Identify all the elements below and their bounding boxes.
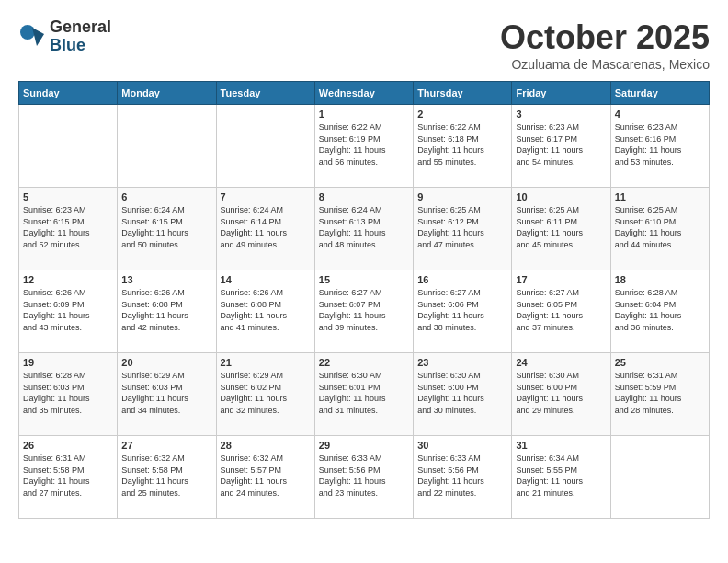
calendar-cell: 27Sunrise: 6:32 AMSunset: 5:58 PMDayligh… xyxy=(118,436,216,519)
day-number: 22 xyxy=(319,357,409,368)
location-subtitle: Ozuluama de Mascarenas, Mexico xyxy=(500,57,710,72)
calendar-cell xyxy=(216,105,314,188)
day-number: 26 xyxy=(23,440,113,451)
title-block: October 2025 Ozuluama de Mascarenas, Mex… xyxy=(500,18,710,72)
calendar-cell: 6Sunrise: 6:24 AMSunset: 6:15 PMDaylight… xyxy=(118,188,216,270)
day-info: Sunrise: 6:23 AMSunset: 6:15 PMDaylight:… xyxy=(23,204,113,250)
calendar-week-row: 5Sunrise: 6:23 AMSunset: 6:15 PMDaylight… xyxy=(19,188,710,270)
day-info: Sunrise: 6:34 AMSunset: 5:55 PMDaylight:… xyxy=(516,453,606,499)
day-info: Sunrise: 6:32 AMSunset: 5:58 PMDaylight:… xyxy=(121,453,211,499)
day-number: 2 xyxy=(417,109,507,120)
day-info: Sunrise: 6:22 AMSunset: 6:19 PMDaylight:… xyxy=(319,121,409,167)
day-number: 20 xyxy=(121,357,211,368)
day-info: Sunrise: 6:22 AMSunset: 6:18 PMDaylight:… xyxy=(417,121,507,167)
day-info: Sunrise: 6:30 AMSunset: 6:00 PMDaylight:… xyxy=(417,370,507,416)
calendar-cell: 30Sunrise: 6:33 AMSunset: 5:56 PMDayligh… xyxy=(414,436,512,519)
weekday-header-friday: Friday xyxy=(512,82,610,105)
calendar-cell: 10Sunrise: 6:25 AMSunset: 6:11 PMDayligh… xyxy=(512,188,610,270)
day-number: 11 xyxy=(615,191,705,202)
day-info: Sunrise: 6:33 AMSunset: 5:56 PMDaylight:… xyxy=(319,453,409,499)
day-info: Sunrise: 6:28 AMSunset: 6:03 PMDaylight:… xyxy=(23,370,113,416)
calendar-cell: 25Sunrise: 6:31 AMSunset: 5:59 PMDayligh… xyxy=(610,353,709,436)
day-info: Sunrise: 6:26 AMSunset: 6:08 PMDaylight:… xyxy=(121,287,211,333)
day-number: 27 xyxy=(121,440,211,451)
day-info: Sunrise: 6:23 AMSunset: 6:16 PMDaylight:… xyxy=(615,121,705,167)
day-info: Sunrise: 6:32 AMSunset: 5:57 PMDaylight:… xyxy=(221,453,311,499)
day-info: Sunrise: 6:27 AMSunset: 6:07 PMDaylight:… xyxy=(319,287,409,333)
logo-icon xyxy=(18,23,46,51)
day-number: 15 xyxy=(319,274,409,285)
calendar-cell: 14Sunrise: 6:26 AMSunset: 6:08 PMDayligh… xyxy=(216,270,314,353)
calendar-header-row: SundayMondayTuesdayWednesdayThursdayFrid… xyxy=(19,82,710,105)
calendar-cell: 20Sunrise: 6:29 AMSunset: 6:03 PMDayligh… xyxy=(118,353,216,436)
calendar-cell: 9Sunrise: 6:25 AMSunset: 6:12 PMDaylight… xyxy=(414,188,512,270)
day-number: 5 xyxy=(23,191,113,202)
day-info: Sunrise: 6:25 AMSunset: 6:11 PMDaylight:… xyxy=(516,204,606,250)
calendar-table: SundayMondayTuesdayWednesdayThursdayFrid… xyxy=(18,81,710,519)
calendar-cell xyxy=(19,105,118,188)
calendar-week-row: 26Sunrise: 6:31 AMSunset: 5:58 PMDayligh… xyxy=(19,436,710,519)
svg-marker-1 xyxy=(32,28,44,46)
calendar-cell: 28Sunrise: 6:32 AMSunset: 5:57 PMDayligh… xyxy=(216,436,314,519)
calendar-cell: 17Sunrise: 6:27 AMSunset: 6:05 PMDayligh… xyxy=(512,270,610,353)
day-number: 8 xyxy=(319,191,409,202)
day-info: Sunrise: 6:24 AMSunset: 6:13 PMDaylight:… xyxy=(319,204,409,250)
calendar-week-row: 19Sunrise: 6:28 AMSunset: 6:03 PMDayligh… xyxy=(19,353,710,436)
day-number: 9 xyxy=(417,191,507,202)
logo-blue: Blue xyxy=(50,37,111,55)
day-info: Sunrise: 6:31 AMSunset: 5:59 PMDaylight:… xyxy=(615,370,705,416)
day-info: Sunrise: 6:26 AMSunset: 6:09 PMDaylight:… xyxy=(23,287,113,333)
calendar-cell: 15Sunrise: 6:27 AMSunset: 6:07 PMDayligh… xyxy=(314,270,413,353)
calendar-cell: 13Sunrise: 6:26 AMSunset: 6:08 PMDayligh… xyxy=(118,270,216,353)
calendar-cell: 16Sunrise: 6:27 AMSunset: 6:06 PMDayligh… xyxy=(414,270,512,353)
day-number: 14 xyxy=(221,274,311,285)
day-info: Sunrise: 6:30 AMSunset: 6:00 PMDaylight:… xyxy=(516,370,606,416)
day-number: 16 xyxy=(417,274,507,285)
calendar-cell: 1Sunrise: 6:22 AMSunset: 6:19 PMDaylight… xyxy=(314,105,413,188)
svg-point-0 xyxy=(20,25,35,40)
day-number: 6 xyxy=(121,191,211,202)
weekday-header-saturday: Saturday xyxy=(610,82,709,105)
day-number: 13 xyxy=(121,274,211,285)
day-info: Sunrise: 6:25 AMSunset: 6:12 PMDaylight:… xyxy=(417,204,507,250)
day-number: 30 xyxy=(417,440,507,451)
day-info: Sunrise: 6:23 AMSunset: 6:17 PMDaylight:… xyxy=(516,121,606,167)
calendar-cell: 4Sunrise: 6:23 AMSunset: 6:16 PMDaylight… xyxy=(610,105,709,188)
day-number: 19 xyxy=(23,357,113,368)
logo-text: General Blue xyxy=(50,18,111,55)
calendar-cell: 24Sunrise: 6:30 AMSunset: 6:00 PMDayligh… xyxy=(512,353,610,436)
day-info: Sunrise: 6:29 AMSunset: 6:03 PMDaylight:… xyxy=(121,370,211,416)
day-info: Sunrise: 6:27 AMSunset: 6:06 PMDaylight:… xyxy=(417,287,507,333)
calendar-cell: 8Sunrise: 6:24 AMSunset: 6:13 PMDaylight… xyxy=(314,188,413,270)
calendar-cell: 5Sunrise: 6:23 AMSunset: 6:15 PMDaylight… xyxy=(19,188,118,270)
page-header: General Blue October 2025 Ozuluama de Ma… xyxy=(18,18,710,72)
calendar-cell: 22Sunrise: 6:30 AMSunset: 6:01 PMDayligh… xyxy=(314,353,413,436)
day-info: Sunrise: 6:28 AMSunset: 6:04 PMDaylight:… xyxy=(615,287,705,333)
day-info: Sunrise: 6:29 AMSunset: 6:02 PMDaylight:… xyxy=(221,370,311,416)
day-number: 4 xyxy=(615,109,705,120)
month-title: October 2025 xyxy=(500,18,710,57)
day-number: 23 xyxy=(417,357,507,368)
day-number: 12 xyxy=(23,274,113,285)
calendar-cell: 7Sunrise: 6:24 AMSunset: 6:14 PMDaylight… xyxy=(216,188,314,270)
calendar-cell: 21Sunrise: 6:29 AMSunset: 6:02 PMDayligh… xyxy=(216,353,314,436)
day-info: Sunrise: 6:31 AMSunset: 5:58 PMDaylight:… xyxy=(23,453,113,499)
calendar-cell: 23Sunrise: 6:30 AMSunset: 6:00 PMDayligh… xyxy=(414,353,512,436)
calendar-cell: 19Sunrise: 6:28 AMSunset: 6:03 PMDayligh… xyxy=(19,353,118,436)
day-number: 24 xyxy=(516,357,606,368)
day-info: Sunrise: 6:33 AMSunset: 5:56 PMDaylight:… xyxy=(417,453,507,499)
calendar-cell: 26Sunrise: 6:31 AMSunset: 5:58 PMDayligh… xyxy=(19,436,118,519)
weekday-header-thursday: Thursday xyxy=(414,82,512,105)
weekday-header-tuesday: Tuesday xyxy=(216,82,314,105)
weekday-header-wednesday: Wednesday xyxy=(314,82,413,105)
calendar-cell: 2Sunrise: 6:22 AMSunset: 6:18 PMDaylight… xyxy=(414,105,512,188)
day-number: 17 xyxy=(516,274,606,285)
day-info: Sunrise: 6:26 AMSunset: 6:08 PMDaylight:… xyxy=(221,287,311,333)
calendar-cell: 29Sunrise: 6:33 AMSunset: 5:56 PMDayligh… xyxy=(314,436,413,519)
day-number: 10 xyxy=(516,191,606,202)
calendar-cell: 3Sunrise: 6:23 AMSunset: 6:17 PMDaylight… xyxy=(512,105,610,188)
calendar-cell: 18Sunrise: 6:28 AMSunset: 6:04 PMDayligh… xyxy=(610,270,709,353)
calendar-week-row: 1Sunrise: 6:22 AMSunset: 6:19 PMDaylight… xyxy=(19,105,710,188)
day-info: Sunrise: 6:25 AMSunset: 6:10 PMDaylight:… xyxy=(615,204,705,250)
day-info: Sunrise: 6:30 AMSunset: 6:01 PMDaylight:… xyxy=(319,370,409,416)
